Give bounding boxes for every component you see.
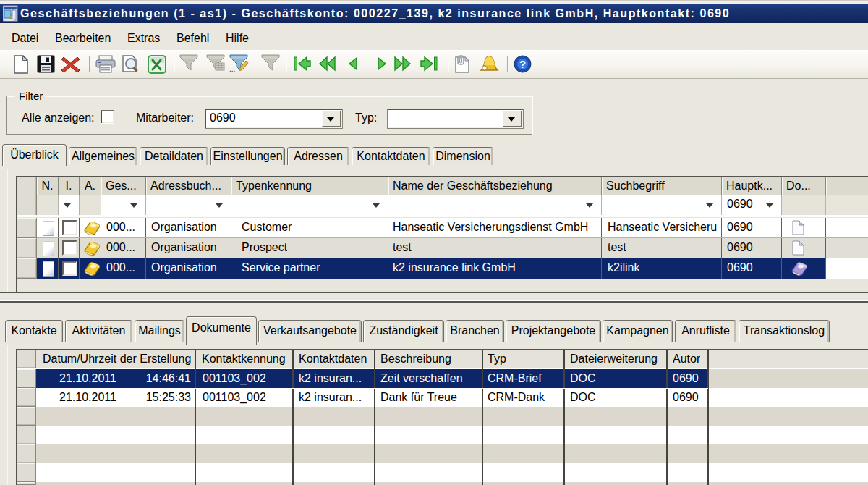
svg-text:...: ... xyxy=(229,65,235,72)
svg-text:?: ? xyxy=(519,58,526,70)
